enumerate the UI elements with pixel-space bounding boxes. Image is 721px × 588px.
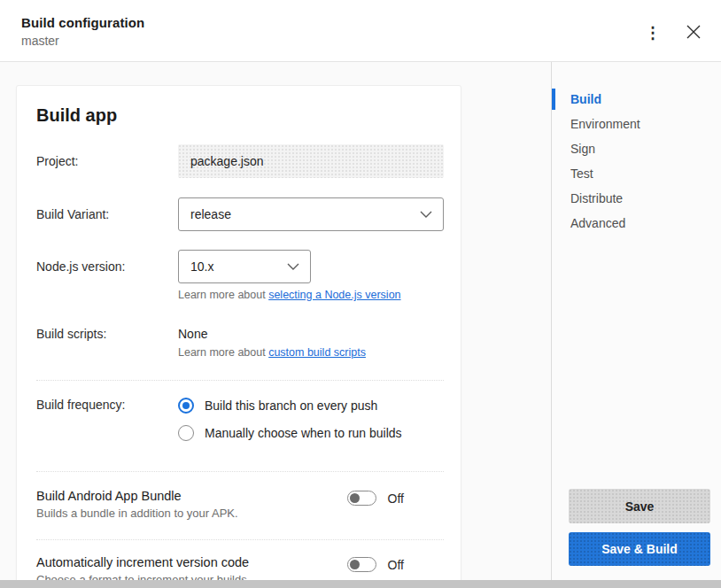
branch-name: master — [21, 34, 144, 48]
close-icon — [686, 24, 702, 43]
build-variant-select[interactable]: release — [178, 197, 444, 231]
build-frequency-row: Build frequency: Build this branch on ev… — [36, 398, 444, 454]
save-and-build-button[interactable]: Save & Build — [569, 532, 710, 566]
toggle-knob — [350, 560, 360, 569]
kebab-menu-button[interactable]: ⋮ — [641, 21, 664, 44]
node-version-label: Node.js version: — [36, 259, 178, 274]
sidebar-nav: Build Environment Sign Test Distribute A… — [552, 87, 721, 236]
divider — [36, 380, 444, 381]
helper-text: Learn more about — [178, 346, 268, 359]
sidebar-item-label: Build — [570, 92, 601, 106]
settings-sidebar: Build Environment Sign Test Distribute A… — [551, 62, 721, 588]
radio-unchecked-icon — [178, 425, 194, 441]
build-scripts-value: None — [178, 327, 207, 341]
kebab-icon: ⋮ — [645, 25, 661, 41]
modal-title: Build configuration — [21, 15, 144, 30]
close-button[interactable] — [682, 21, 705, 44]
sidebar-item-label: Sign — [570, 142, 595, 156]
build-scripts-link[interactable]: custom build scripts — [268, 346, 366, 359]
sidebar-item-build[interactable]: Build — [552, 87, 721, 112]
sidebar-item-advanced[interactable]: Advanced — [552, 211, 721, 236]
chevron-down-icon — [287, 263, 299, 270]
build-scripts-helper: Learn more about custom build scripts — [178, 346, 366, 359]
sidebar-item-label: Distribute — [570, 191, 623, 205]
header-titles: Build configuration master — [21, 15, 144, 48]
project-label: Project: — [36, 154, 178, 168]
build-scripts-label: Build scripts: — [36, 327, 178, 341]
android-app-bundle-description: Builds a bundle in addition to your APK. — [36, 507, 373, 520]
sidebar-item-environment[interactable]: Environment — [552, 112, 721, 136]
node-version-link[interactable]: selecting a Node.js version — [268, 289, 400, 301]
node-version-row: Node.js version: 10.x — [36, 250, 444, 283]
divider — [36, 539, 444, 540]
modal-body: Build app Project: package.json Build Va… — [0, 62, 721, 588]
sidebar-item-label: Environment — [570, 117, 640, 131]
project-row: Project: package.json — [36, 144, 444, 178]
sidebar-item-distribute[interactable]: Distribute — [552, 186, 721, 211]
build-scripts-row: Build scripts: None — [36, 327, 444, 344]
android-app-bundle-toggle[interactable] — [347, 491, 376, 506]
build-variant-value: release — [190, 207, 231, 221]
helper-text: Learn more about — [178, 289, 268, 301]
increment-version-toggle[interactable] — [347, 557, 376, 572]
card-heading: Build app — [36, 105, 117, 126]
build-app-card: Build app Project: package.json Build Va… — [16, 85, 461, 588]
toggle-knob — [350, 493, 360, 503]
build-frequency-options: Build this branch on every push Manually… — [178, 398, 402, 441]
window-bottom-edge — [0, 580, 721, 588]
toggle-state-label: Off — [388, 491, 404, 506]
radio-option-every-push[interactable]: Build this branch on every push — [178, 398, 402, 414]
chevron-down-icon — [420, 211, 432, 218]
node-version-helper: Learn more about selecting a Node.js ver… — [178, 289, 401, 301]
modal-header: Build configuration master ⋮ — [0, 0, 721, 62]
divider — [36, 471, 444, 472]
project-field: package.json — [178, 144, 444, 178]
sidebar-item-label: Advanced — [570, 216, 625, 230]
save-button[interactable]: Save — [569, 489, 710, 523]
sidebar-item-label: Test — [570, 166, 593, 181]
toggle-control: Off — [347, 491, 404, 506]
project-value: package.json — [190, 154, 264, 168]
increment-version-title: Automatically increment version code — [36, 555, 373, 569]
android-app-bundle-title: Build Android App Bundle — [36, 489, 373, 503]
build-frequency-label: Build frequency: — [36, 398, 178, 412]
toggle-control: Off — [347, 557, 404, 572]
radio-option-manual[interactable]: Manually choose when to run builds — [178, 425, 402, 441]
sidebar-item-sign[interactable]: Sign — [552, 136, 721, 161]
toggle-texts: Build Android App Bundle Builds a bundle… — [36, 489, 373, 520]
build-variant-row: Build Variant: release — [36, 197, 444, 231]
build-variant-label: Build Variant: — [36, 207, 178, 221]
node-version-value: 10.x — [190, 259, 213, 274]
radio-label: Build this branch on every push — [205, 398, 377, 413]
radio-label: Manually choose when to run builds — [205, 426, 402, 440]
toggle-state-label: Off — [388, 558, 404, 572]
android-app-bundle-row: Build Android App Bundle Builds a bundle… — [36, 489, 444, 520]
sidebar-item-test[interactable]: Test — [552, 161, 721, 186]
build-configuration-modal: Build configuration master ⋮ Build app P… — [0, 0, 721, 588]
radio-checked-icon — [178, 398, 194, 414]
node-version-select[interactable]: 10.x — [178, 250, 311, 283]
